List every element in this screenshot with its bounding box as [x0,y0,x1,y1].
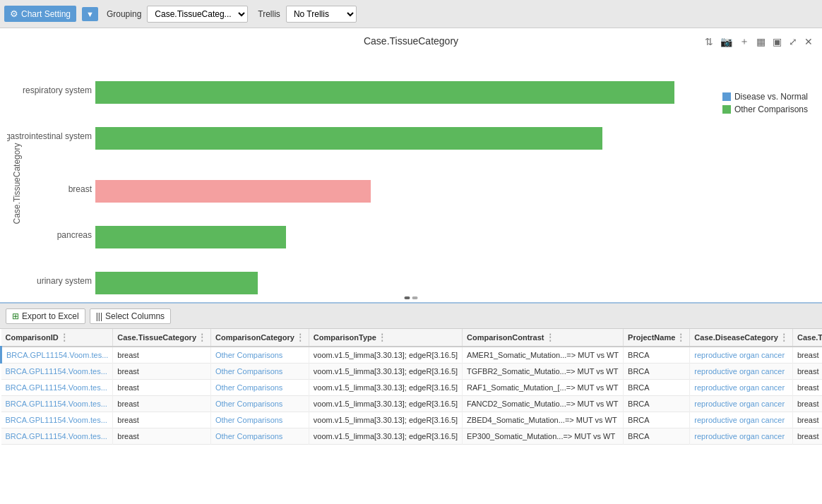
legend-label-other: Other Comparisons [734,104,808,114]
trellis-select[interactable]: No TrellisTrellis [286,6,357,23]
gear-icon: ⚙ [10,8,18,19]
cell-projectname: BRCA [624,347,690,364]
th-disease-category[interactable]: Case.DiseaseCategory⋮ [690,329,793,347]
cell-projectname: BRCA [624,396,690,412]
cell-case-tissuecategory: breast [113,396,211,412]
cell-comparisoncategory[interactable]: Other Comparisons [211,364,309,380]
cell-case-diseasecategory[interactable]: reproductive organ cancer [690,428,793,445]
grouping-select[interactable]: Case.TissueCateg... [147,6,248,23]
bar-gastrointestinal [95,127,602,150]
th-tissue-category[interactable]: Case.TissueCategory⋮ [113,329,211,347]
th-comparison-type[interactable]: ComparisonType⋮ [309,329,462,347]
cell-projectname: BRCA [624,364,690,380]
cell-comparisonid[interactable]: BRCA.GPL11154.Voom.tes... [1,364,113,380]
scroll-hint [405,296,418,299]
select-columns-button[interactable]: ||| Select Columns [90,308,171,324]
bar-label-respiratory: respiratory system [23,85,92,95]
chart-setting-label: Chart Setting [21,9,71,19]
legend-color-other [722,105,731,114]
chart-title: Case.TissueCategory [0,28,822,51]
cell-comparisontype: voom.v1.5_limma[3.30.13]; edgeR[3.16.5] [309,412,462,428]
cell-case-diseasecategory[interactable]: reproductive organ cancer [690,347,793,364]
cell-case-tissue: breast [792,428,822,445]
bar-urinary [95,272,258,294]
cell-case-tissue: breast [792,380,822,396]
cell-comparisontype: voom.v1.5_limma[3.30.13]; edgeR[3.16.5] [309,364,462,380]
grid-icon-button[interactable]: ▦ [754,35,768,49]
cell-projectname: BRCA [624,412,690,428]
cell-comparisonid[interactable]: BRCA.GPL11154.Voom.tes... [1,380,113,396]
cell-comparisonid[interactable]: BRCA.GPL11154.Voom.tes... [1,428,113,445]
scroll-dot-1 [405,296,410,299]
cell-case-tissuecategory: breast [113,412,211,428]
table-row: BRCA.GPL11154.Voom.tes...breastOther Com… [1,396,823,412]
th-case-tissue[interactable]: Case.Tissue⋮ [792,329,822,347]
legend-item-other: Other Comparisons [722,104,808,114]
table-row: BRCA.GPL11154.Voom.tes...breastOther Com… [1,428,823,445]
chart-setting-button[interactable]: ⚙ Chart Setting [4,6,76,22]
table-row: BRCA.GPL11154.Voom.tes...breastOther Com… [1,412,823,428]
bar-label-breast: breast [68,184,93,194]
main-toolbar: ⚙ Chart Setting ▼ Grouping Case.TissueCa… [0,0,822,28]
sort-icon-button[interactable]: ⇅ [703,35,715,49]
cell-comparisoncontrast: TGFBR2_Somatic_Mutatio...=> MUT vs WT [463,364,624,380]
export-icon: ⊞ [12,311,19,321]
th-comparison-id[interactable]: ComparisonID⋮ [1,329,113,347]
export-to-excel-button[interactable]: ⊞ Export to Excel [6,308,85,324]
close-icon-button[interactable]: ✕ [802,35,815,49]
th-comparison-category[interactable]: ComparisonCategory⋮ [211,329,309,347]
legend-label-disease: Disease vs. Normal [734,92,808,102]
select-cols-label: Select Columns [105,311,165,321]
cell-case-diseasecategory[interactable]: reproductive organ cancer [690,380,793,396]
table-row: BRCA.GPL11154.Voom.tes...breastOther Com… [1,364,823,380]
chart-setting-dropdown-button[interactable]: ▼ [82,7,98,21]
cell-comparisontype: voom.v1.5_limma[3.30.13]; edgeR[3.16.5] [309,380,462,396]
bar-respiratory [95,81,674,104]
cell-case-diseasecategory[interactable]: reproductive organ cancer [690,396,793,412]
cell-comparisoncategory[interactable]: Other Comparisons [211,396,309,412]
cell-case-tissue: breast [792,412,822,428]
cell-comparisontype: voom.v1.5_limma[3.30.13]; edgeR[3.16.5] [309,428,462,445]
th-comparison-contrast[interactable]: ComparisonContrast⋮ [463,329,624,347]
cell-comparisonid[interactable]: BRCA.GPL11154.Voom.tes... [1,412,113,428]
cell-case-tissuecategory: breast [113,428,211,445]
table-row: BRCA.GPL11154.Voom.tes...breastOther Com… [1,347,823,364]
columns-icon: ||| [96,311,102,321]
cell-comparisonid[interactable]: BRCA.GPL11154.Voom.tes... [1,396,113,412]
cell-comparisoncategory[interactable]: Other Comparisons [211,412,309,428]
legend-color-disease [722,92,731,101]
cell-comparisoncategory[interactable]: Other Comparisons [211,380,309,396]
cell-case-tissuecategory: breast [113,364,211,380]
add-icon-button[interactable]: ＋ [737,34,751,49]
cell-case-diseasecategory[interactable]: reproductive organ cancer [690,364,793,380]
cell-comparisoncategory[interactable]: Other Comparisons [211,428,309,445]
bar-label-gastrointestinal: gastrointestinal system [7,131,92,141]
table-row: BRCA.GPL11154.Voom.tes...breastOther Com… [1,380,823,396]
cell-comparisoncontrast: EP300_Somatic_Mutation...=> MUT vs WT [463,428,624,445]
cell-comparisoncategory[interactable]: Other Comparisons [211,347,309,364]
cell-projectname: BRCA [624,380,690,396]
chart-toolbar-right: ⇅ 📷 ＋ ▦ ▣ ⤢ ✕ [703,34,815,49]
expand-icon-button[interactable]: ⤢ [787,35,799,49]
cell-comparisonid[interactable]: BRCA.GPL11154.Voom.tes... [1,347,113,364]
cell-case-tissuecategory: breast [113,380,211,396]
bar-pancreas [95,226,286,248]
camera-icon-button[interactable]: 📷 [718,35,734,49]
cell-comparisoncontrast: RAF1_Somatic_Mutation_[...=> MUT vs WT [463,380,624,396]
bar-label-urinary: urinary system [37,276,92,286]
th-project-name[interactable]: ProjectName⋮ [624,329,690,347]
cell-comparisontype: voom.v1.5_limma[3.30.13]; edgeR[3.16.5] [309,347,462,364]
table-header-row: ComparisonID⋮ Case.TissueCategory⋮ Compa… [1,329,823,347]
cell-comparisoncontrast: ZBED4_Somatic_Mutation...=> MUT vs WT [463,412,624,428]
bar-breast [95,180,371,203]
export-label: Export to Excel [22,311,79,321]
bar-label-pancreas: pancreas [57,230,92,240]
cell-comparisontype: voom.v1.5_limma[3.30.13]; edgeR[3.16.5] [309,396,462,412]
data-table: ComparisonID⋮ Case.TissueCategory⋮ Compa… [0,329,822,445]
cell-case-tissue: breast [792,364,822,380]
table-body: BRCA.GPL11154.Voom.tes...breastOther Com… [1,347,823,445]
cell-case-diseasecategory[interactable]: reproductive organ cancer [690,412,793,428]
chart-area: Case.TissueCategory ⇅ 📷 ＋ ▦ ▣ ⤢ ✕ Diseas… [0,28,822,304]
chart-legend: Disease vs. Normal Other Comparisons [722,92,808,114]
window-icon-button[interactable]: ▣ [770,35,784,49]
